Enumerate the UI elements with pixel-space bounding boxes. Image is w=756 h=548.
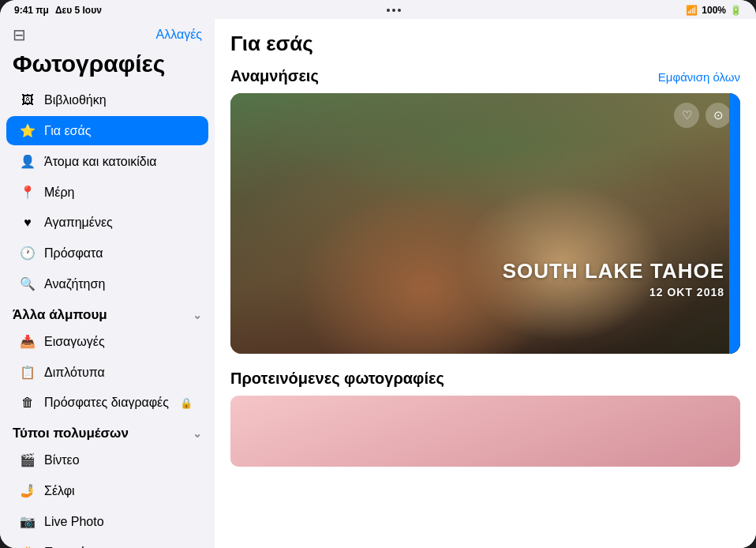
main-area: ⊟ Αλλαγές Φωτογραφίες 🖼 Βιβλιοθήκη ⭐ Για…: [0, 19, 756, 548]
live-photo-icon: 📷: [19, 514, 36, 529]
sidebar-item-label-portrait: Πορτρέτο: [44, 546, 97, 549]
sidebar-item-label-selfies: Σέλφι: [44, 484, 75, 498]
battery-icon: 🔋: [730, 5, 742, 16]
status-day: Δευ 5 Ιουν: [55, 5, 102, 16]
portrait-icon: 📸: [19, 545, 36, 548]
memory-text-overlay: SOUTH LAKE TAHOE 12 ΟΚΤ 2018: [503, 260, 724, 298]
media-types-section-header[interactable]: Τύποι πολυμέσων ⌄: [0, 418, 215, 445]
sidebar-item-label-places: Μέρη: [44, 186, 74, 200]
memory-card[interactable]: ♡ ⊙ SOUTH LAKE TAHOE 12 ΟΚΤ 2018: [230, 93, 740, 354]
library-icon: 🖼: [19, 93, 36, 107]
suggested-photo-card[interactable]: [230, 396, 740, 467]
suggested-photos-title: Προτεινόμενες φωτογραφίες: [230, 370, 740, 388]
sidebar-item-search[interactable]: 🔍 Αναζήτηση: [6, 269, 208, 298]
suggested-photo-image: [230, 396, 740, 467]
share-memory-button[interactable]: ⊙: [705, 103, 731, 128]
sidebar-item-live-photo[interactable]: 📷 Live Photo: [6, 507, 208, 536]
for-you-icon: ⭐: [19, 123, 36, 138]
recent-icon: 🕐: [19, 246, 36, 261]
imports-icon: 📥: [19, 334, 36, 349]
status-bar-left: 9:41 πμ Δευ 5 Ιουν: [14, 5, 102, 16]
search-icon: 🔍: [19, 276, 36, 291]
sidebar-item-library[interactable]: 🖼 Βιβλιοθήκη: [6, 86, 208, 114]
battery-level: 100%: [702, 5, 726, 16]
status-bar: 9:41 πμ Δευ 5 Ιουν 📶 100% 🔋: [0, 0, 756, 19]
sidebar-title: Φωτογραφίες: [0, 47, 215, 85]
sidebar-item-selfies[interactable]: 🤳 Σέλφι: [6, 476, 208, 505]
videos-icon: 🎬: [19, 452, 36, 467]
memory-photo: [230, 93, 740, 354]
sidebar-toggle-icon[interactable]: ⊟: [13, 25, 26, 44]
media-types-title: Τύποι πολυμέσων: [13, 426, 129, 441]
sidebar-item-label-duplicates: Διπλότυπα: [44, 366, 105, 380]
sidebar-item-recently-deleted[interactable]: 🗑 Πρόσφατες διαγραφές 🔒: [6, 388, 208, 417]
dots-menu: [387, 9, 401, 12]
sidebar: ⊟ Αλλαγές Φωτογραφίες 🖼 Βιβλιοθήκη ⭐ Για…: [0, 19, 215, 548]
sidebar-item-label-videos: Βίντεο: [44, 453, 80, 467]
status-bar-center: [387, 9, 401, 12]
status-bar-right: 📶 100% 🔋: [686, 5, 742, 16]
memory-actions: ♡ ⊙: [674, 103, 731, 128]
memory-location: SOUTH LAKE TAHOE: [503, 260, 724, 283]
selfies-icon: 🤳: [19, 483, 36, 498]
recently-deleted-icon: 🗑: [19, 396, 36, 410]
memories-section-title: Αναμνήσεις: [230, 67, 319, 85]
sidebar-item-recent[interactable]: 🕐 Πρόσφατα: [6, 238, 208, 268]
duplicates-icon: 📋: [19, 365, 36, 380]
show-all-memories-link[interactable]: Εμφάνιση όλων: [658, 70, 740, 84]
next-memory-peek[interactable]: [729, 93, 740, 354]
sidebar-item-portrait[interactable]: 📸 Πορτρέτο: [6, 538, 208, 548]
sidebar-item-label-imports: Εισαγωγές: [44, 335, 105, 349]
content-area: Για εσάς Αναμνήσεις Εμφάνιση όλων ♡: [215, 19, 756, 548]
favorites-icon: ♥: [19, 216, 36, 230]
memories-section-header: Αναμνήσεις Εμφάνιση όλων: [230, 67, 740, 85]
sidebar-item-label-library: Βιβλιοθήκη: [44, 93, 107, 107]
other-albums-section-header[interactable]: Άλλα άλμπουμ ⌄: [0, 299, 215, 326]
other-albums-chevron: ⌄: [193, 309, 202, 321]
wifi-icon: 📶: [686, 5, 698, 16]
sidebar-item-people[interactable]: 👤 Άτομα και κατοικίδια: [6, 147, 208, 176]
sidebar-item-label-live-photo: Live Photo: [44, 515, 104, 529]
media-types-chevron: ⌄: [193, 427, 202, 440]
sidebar-item-videos[interactable]: 🎬 Βίντεο: [6, 445, 208, 475]
sidebar-item-places[interactable]: 📍 Μέρη: [6, 178, 208, 207]
sidebar-item-label-recent: Πρόσφατα: [44, 246, 103, 261]
favorite-memory-button[interactable]: ♡: [674, 103, 699, 128]
people-icon: 👤: [19, 154, 36, 169]
sidebar-item-label-recently-deleted: Πρόσφατες διαγραφές: [44, 396, 169, 410]
other-albums-title: Άλλα άλμπουμ: [13, 307, 107, 323]
sidebar-header: ⊟ Αλλαγές: [0, 19, 215, 47]
sidebar-item-label-people: Άτομα και κατοικίδια: [44, 155, 157, 169]
sidebar-item-imports[interactable]: 📥 Εισαγωγές: [6, 327, 208, 356]
memory-card-wrapper: ♡ ⊙ SOUTH LAKE TAHOE 12 ΟΚΤ 2018: [230, 93, 740, 354]
memory-date: 12 ΟΚΤ 2018: [503, 286, 724, 298]
places-icon: 📍: [19, 185, 36, 200]
suggested-section: Προτεινόμενες φωτογραφίες: [230, 370, 740, 467]
sidebar-item-for-you[interactable]: ⭐ Για εσάς: [6, 116, 208, 145]
sidebar-item-label-for-you: Για εσάς: [44, 124, 91, 138]
sidebar-item-favorites[interactable]: ♥ Αγαπημένες: [6, 208, 208, 237]
sidebar-change-button[interactable]: Αλλαγές: [155, 28, 202, 42]
lock-icon: 🔒: [180, 397, 193, 409]
sidebar-item-duplicates[interactable]: 📋 Διπλότυπα: [6, 358, 208, 387]
sidebar-item-label-favorites: Αγαπημένες: [44, 216, 113, 230]
status-time: 9:41 πμ: [14, 5, 49, 16]
ipad-frame: 9:41 πμ Δευ 5 Ιουν 📶 100% 🔋 ⊟ Αλλαγές Φω…: [0, 0, 756, 548]
content-title: Για εσάς: [230, 32, 740, 56]
sidebar-item-label-search: Αναζήτηση: [44, 277, 105, 291]
